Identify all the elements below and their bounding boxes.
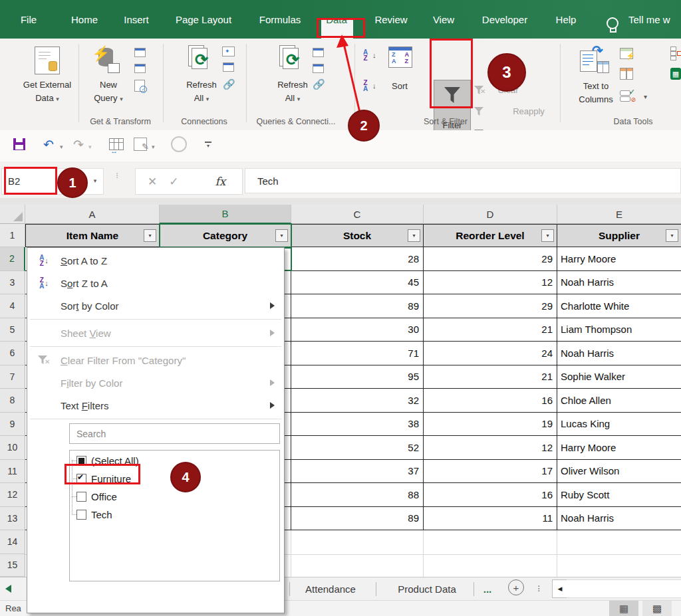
redo-caret[interactable]: ▾ (88, 144, 92, 150)
cell-stock-13[interactable]: 89 (291, 507, 424, 531)
tab-view[interactable]: View (429, 0, 458, 39)
edit-links-icon[interactable]: 🔗 (223, 78, 235, 90)
filter-value-office[interactable]: Office (76, 488, 276, 506)
row-header-14[interactable]: 14 (0, 530, 25, 554)
hscroll-left-button[interactable]: ◀ (552, 579, 568, 598)
confirm-entry-icon[interactable]: ✓ (169, 175, 178, 189)
cell-reorder-3[interactable]: 12 (424, 271, 557, 295)
filter-dropdown-supplier[interactable]: ▾ (666, 229, 678, 242)
row-header-7[interactable]: 7 (0, 365, 25, 389)
cell-stock-12[interactable]: 88 (291, 483, 424, 507)
whatif-analysis-icon[interactable]: ▦ (670, 68, 681, 80)
formula-bar-splitter[interactable]: ⁝ (116, 172, 118, 178)
cell-supplier-13[interactable]: Noah Harris (557, 507, 681, 531)
menu-item-text-filters[interactable]: Text Filters (27, 394, 284, 417)
tab-data[interactable]: Data (322, 0, 351, 39)
connection-properties-icon[interactable]: ✦ (222, 47, 235, 56)
insert-function-icon[interactable]: fx (215, 175, 226, 188)
row-header-10[interactable]: 10 (0, 436, 25, 460)
cell-reorder-2[interactable]: 29 (424, 247, 557, 271)
cell-supplier-7[interactable]: Sophie Walker (557, 365, 681, 389)
workbook-connections-icon[interactable] (223, 62, 234, 72)
hscroll-track[interactable] (567, 579, 681, 598)
row-header-9[interactable]: 9 (0, 413, 25, 437)
cell-reorder-8[interactable]: 16 (424, 389, 557, 413)
save-icon[interactable] (11, 136, 28, 153)
circle-tool-icon[interactable] (170, 136, 188, 153)
filter-dropdown-reorder-level[interactable]: ▾ (541, 229, 554, 242)
cell-reorder-12[interactable]: 16 (424, 483, 557, 507)
tab-file[interactable]: File (17, 0, 41, 39)
cell-reorder-13[interactable]: 11 (424, 507, 557, 531)
undo-caret[interactable]: ▾ (60, 144, 63, 150)
row-header-1[interactable]: 1 (0, 224, 25, 247)
tab-review[interactable]: Review (370, 0, 411, 39)
sheet-nav-left-icon[interactable] (5, 585, 11, 593)
row-header-11[interactable]: 11 (0, 460, 25, 484)
tab-formulas[interactable]: Formulas (255, 0, 305, 39)
tell-me-box[interactable]: Tell me w (628, 0, 670, 39)
tabbar-splitter[interactable]: ⁝ (537, 577, 541, 600)
cell-stock-2[interactable]: 28 (291, 247, 424, 271)
select-all-corner[interactable] (0, 205, 25, 224)
filter-dropdown-category[interactable]: ▾ (275, 229, 288, 242)
from-table-icon[interactable] (134, 64, 146, 73)
column-header-d[interactable]: D (424, 205, 557, 224)
recent-sources-icon[interactable] (134, 48, 146, 57)
sheet-tab-attendance[interactable]: Attendance (305, 577, 356, 601)
cell-reorder-9[interactable]: 19 (424, 413, 557, 437)
cell-stock-5[interactable]: 30 (291, 318, 424, 342)
edit-links-icon[interactable]: 🔗 (313, 78, 325, 90)
cell-reorder-7[interactable]: 21 (424, 365, 557, 389)
remove-duplicates-icon[interactable] (620, 68, 632, 78)
cell-stock-9[interactable]: 38 (291, 413, 424, 437)
normal-view-icon[interactable]: ▦ (609, 601, 638, 616)
row-header-8[interactable]: 8 (0, 389, 25, 413)
tab-insert[interactable]: Insert (120, 0, 153, 39)
redo-icon[interactable]: ↷ (70, 136, 87, 153)
checkbox-unchecked[interactable] (76, 510, 86, 520)
cancel-entry-icon[interactable]: ✕ (148, 175, 157, 189)
column-width-icon[interactable]: ↔ (108, 136, 125, 153)
properties-icon[interactable] (313, 64, 324, 73)
column-header-e[interactable]: E (557, 205, 681, 224)
data-validation-caret[interactable]: ▾ (644, 93, 647, 100)
cell-stock-3[interactable]: 45 (291, 271, 424, 295)
cell-supplier-9[interactable]: Lucas King (557, 413, 681, 437)
cell-stock-6[interactable]: 71 (291, 342, 424, 365)
row-header-2[interactable]: 2 (0, 247, 25, 271)
filter-search-input[interactable] (69, 423, 280, 444)
menu-item-sort-by-color[interactable]: Sort by Color (27, 294, 284, 317)
undo-icon[interactable]: ↶ (40, 136, 57, 153)
consolidate-icon[interactable] (670, 47, 681, 58)
sheet-tab-product-data[interactable]: Product Data (398, 577, 456, 601)
column-header-b[interactable]: B (160, 205, 291, 224)
sort-descending-icon[interactable]: ZA ↓ (363, 80, 368, 92)
page-layout-view-icon[interactable]: ▩ (642, 601, 672, 616)
filter-dropdown-item-name[interactable]: ▾ (144, 229, 156, 242)
tab-help[interactable]: Help (552, 0, 581, 39)
form-edit-icon[interactable]: ✎ (132, 136, 149, 153)
cell-reorder-5[interactable]: 21 (424, 318, 557, 342)
cell-stock-7[interactable]: 95 (291, 365, 424, 389)
cell-supplier-2[interactable]: Harry Moore (557, 247, 681, 271)
flash-fill-icon[interactable]: ⚡ (620, 48, 633, 59)
form-edit-caret[interactable]: ▾ (152, 144, 155, 150)
checkbox-unchecked[interactable] (76, 492, 86, 502)
cell-supplier-5[interactable]: Liam Thompson (557, 318, 681, 342)
row-header-5[interactable]: 5 (0, 318, 25, 342)
cell-stock-11[interactable]: 37 (291, 460, 424, 484)
cell-supplier-10[interactable]: Harry Moore (557, 436, 681, 460)
row-header-15[interactable]: 15 (0, 554, 25, 577)
column-header-c[interactable]: C (291, 205, 424, 224)
row-header-6[interactable]: 6 (0, 342, 25, 365)
cell-reorder-4[interactable]: 29 (424, 294, 557, 318)
sort-ascending-icon[interactable]: AZ ↓ (363, 49, 368, 61)
sheet-tab-overflow[interactable]: ... (483, 577, 492, 601)
cell-supplier-12[interactable]: Ruby Scott (557, 483, 681, 507)
checkbox-checked[interactable] (76, 474, 86, 484)
cell-reorder-11[interactable]: 17 (424, 460, 557, 484)
data-validation-icon[interactable]: ✓ ⊘ (620, 90, 633, 101)
tab-page-layout[interactable]: Page Layout (172, 0, 235, 39)
menu-item-sort-a-to-z[interactable]: AZ↓Sort A to Z (27, 249, 284, 272)
